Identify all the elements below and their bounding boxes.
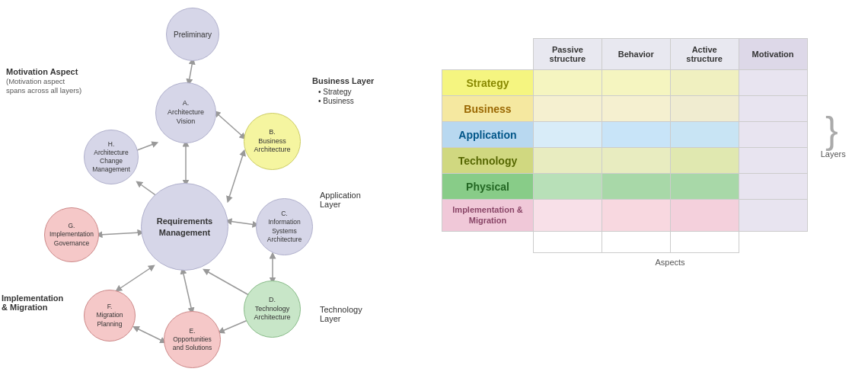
motivation-title: Motivation Aspect — [6, 67, 81, 76]
svg-line-10 — [118, 267, 152, 290]
matrix-row-strategy: Strategy } Layers — [442, 70, 854, 96]
layers-label: Layers — [814, 149, 853, 159]
col-header-behavior: Behavior — [602, 39, 670, 70]
impl-migration-label: Implementation& Migration — [2, 293, 63, 312]
technology-layer-label: TechnologyLayer — [320, 305, 362, 323]
circle-preliminary-label: Preliminary — [174, 30, 212, 40]
row-label-business: Business — [442, 96, 534, 122]
cell-impl-motivation — [739, 200, 807, 232]
svg-line-4 — [228, 221, 256, 225]
col-header-active: Activestructure — [670, 39, 739, 70]
circle-d-label: D.TechnologyArchitecture — [254, 296, 290, 322]
cell-application-passive — [533, 122, 602, 148]
circle-g: G.ImplementationGovernance — [44, 207, 99, 262]
circle-f-label: F.MigrationPlanning — [97, 303, 123, 328]
matrix-container: Passivestructure Behavior Activestructur… — [434, 38, 853, 388]
cell-application-behavior — [602, 122, 670, 148]
technology-layer-text: TechnologyLayer — [320, 305, 362, 323]
matrix-empty-row — [442, 231, 854, 252]
circle-a-label: A.ArchitectureVision — [168, 99, 204, 126]
svg-line-1 — [216, 113, 244, 137]
circle-center: RequirementsManagement — [141, 183, 228, 271]
cell-application-motivation — [739, 122, 807, 148]
svg-line-8 — [183, 271, 192, 311]
application-layer-text: ApplicationLayer — [320, 191, 361, 209]
matrix-row-technology: Technology — [442, 148, 854, 174]
col-header-passive: Passivestructure — [533, 39, 602, 70]
cell-physical-active — [670, 174, 739, 200]
motivation-sub: (Motivation aspectspans across all layer… — [6, 77, 81, 95]
cell-business-motivation — [739, 96, 807, 122]
aspects-label-container: Aspects — [533, 255, 807, 268]
circle-b: B.BusinessArchitecture — [244, 113, 301, 170]
matrix-row-impl: Implementation &Migration — [442, 200, 854, 232]
cell-business-active — [670, 96, 739, 122]
cell-physical-motivation — [739, 174, 807, 200]
svg-line-0 — [189, 61, 193, 82]
cell-strategy-active — [670, 70, 739, 96]
aspects-label: Aspects — [655, 258, 685, 267]
cell-impl-behavior — [602, 200, 670, 232]
cell-technology-behavior — [602, 148, 670, 174]
col-header-motivation: Motivation — [739, 39, 807, 70]
motivation-label: Motivation Aspect (Motivation aspectspan… — [6, 67, 81, 95]
cell-impl-active — [670, 200, 739, 232]
row-label-strategy: Strategy — [442, 70, 534, 96]
circle-e: E.Opportunitiesand Solutions — [164, 311, 221, 368]
cell-technology-active — [670, 148, 739, 174]
circle-c-label: C.InformationSystemsArchitecture — [267, 210, 302, 243]
cell-physical-behavior — [602, 174, 670, 200]
circle-preliminary: Preliminary — [166, 8, 219, 61]
circle-c: C.InformationSystemsArchitecture — [256, 198, 313, 255]
circle-h: H.ArchitectureChangeManagement — [84, 130, 139, 184]
svg-line-9 — [136, 328, 164, 342]
circle-a: A.ArchitectureVision — [155, 82, 216, 143]
cell-physical-passive — [533, 174, 602, 200]
cell-application-active — [670, 122, 739, 148]
row-label-technology: Technology — [442, 148, 534, 174]
circle-center-label: RequirementsManagement — [157, 216, 212, 238]
cell-business-behavior — [602, 96, 670, 122]
togaf-diagram: Preliminary A.ArchitectureVision B.Busin… — [0, 0, 426, 388]
circle-b-label: B.BusinessArchitecture — [254, 128, 290, 155]
impl-migration-text: Implementation& Migration — [2, 293, 63, 312]
business-layer-item-2: Business — [318, 97, 374, 105]
svg-line-6 — [206, 271, 253, 297]
matrix-row-business: Business — [442, 96, 854, 122]
layers-brace-cell: } Layers — [807, 70, 853, 200]
row-label-impl: Implementation &Migration — [442, 200, 534, 232]
cell-strategy-behavior — [602, 70, 670, 96]
svg-line-3 — [228, 152, 244, 200]
cell-strategy-motivation — [739, 70, 807, 96]
cell-impl-passive — [533, 200, 602, 232]
circle-e-label: E.Opportunitiesand Solutions — [173, 327, 212, 352]
main-container: Preliminary A.ArchitectureVision B.Busin… — [0, 0, 868, 388]
circle-g-label: G.ImplementationGovernance — [49, 222, 94, 247]
business-layer-label: Business Layer Strategy Business — [312, 76, 374, 106]
matrix-row-physical: Physical — [442, 174, 854, 200]
circle-f: F.MigrationPlanning — [84, 290, 136, 342]
row-label-application: Application — [442, 122, 534, 148]
cell-technology-passive — [533, 148, 602, 174]
cell-strategy-passive — [533, 70, 602, 96]
business-layer-item-1: Strategy — [318, 88, 374, 96]
cell-business-passive — [533, 96, 602, 122]
cell-technology-motivation — [739, 148, 807, 174]
matrix-panel: Passivestructure Behavior Activestructur… — [426, 0, 868, 388]
circle-d: D.TechnologyArchitecture — [244, 281, 301, 338]
business-layer-title: Business Layer — [312, 76, 374, 85]
row-label-physical: Physical — [442, 174, 534, 200]
circle-h-label: H.ArchitectureChangeManagement — [92, 140, 130, 174]
business-layer-list: Strategy Business — [312, 88, 374, 105]
matrix-row-application: Application — [442, 122, 854, 148]
aspects-layers-matrix: Passivestructure Behavior Activestructur… — [442, 38, 853, 253]
svg-line-11 — [99, 232, 141, 235]
application-layer-label: ApplicationLayer — [320, 191, 361, 209]
